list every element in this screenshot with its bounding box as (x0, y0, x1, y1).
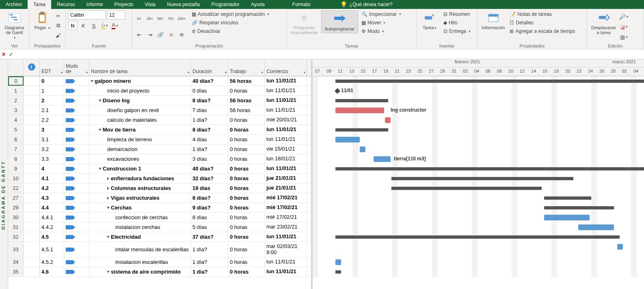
table-row[interactable]: 344.5.2Instalacion escalerillas1 día?0 h… (8, 257, 311, 267)
mode-cell[interactable] (64, 183, 89, 193)
start-cell[interactable]: lun 11/01/21 (265, 86, 307, 95)
gantt-row[interactable] (313, 125, 644, 135)
start-cell[interactable]: lun 11/01/21 (265, 76, 307, 86)
find-button[interactable]: 🔎▾ (619, 12, 628, 21)
work-cell[interactable]: 0 horas (228, 232, 265, 242)
duration-cell[interactable]: 0 días (191, 86, 228, 95)
task-notes-button[interactable]: 📝Notas de tareas (508, 11, 577, 18)
start-cell[interactable]: lun 11/01/21 (265, 135, 307, 144)
outline-toggle-icon[interactable] (99, 100, 102, 102)
gantt-row[interactable] (313, 203, 644, 213)
indent-button[interactable]: ⇥ (145, 30, 154, 39)
menu-nueva-pestana[interactable]: Nueva pestaña (161, 0, 205, 9)
duration-cell[interactable]: 8 días (191, 213, 228, 222)
col-name[interactable]: Nombre de tarea▾ (89, 59, 191, 76)
inspect-button[interactable]: 🔍Inspeccionar▾ (360, 11, 403, 18)
gantt-row[interactable] (313, 76, 644, 86)
menu-tarea[interactable]: Tarea (28, 0, 51, 9)
row-number[interactable]: 4 (8, 115, 24, 125)
row-number[interactable]: 2 (8, 96, 24, 105)
row-number[interactable]: 1 (8, 86, 24, 95)
info-cell[interactable] (24, 222, 40, 232)
add-timeline-button[interactable]: ⊞Agregar a escala de tiempo (508, 28, 577, 35)
row-number[interactable]: 6 (8, 135, 24, 144)
table-row[interactable]: 42.2calculo de materiales1 día?0 horasmi… (8, 115, 311, 125)
edt-cell[interactable]: 4.1 (40, 174, 64, 183)
mode-cell[interactable] (64, 174, 89, 183)
task-name-cell[interactable]: diseño galpon en revit (89, 106, 191, 115)
outline-toggle-icon[interactable] (91, 80, 94, 82)
menu-formato[interactable]: Formato (287, 0, 335, 9)
start-cell[interactable]: mar 02/03/21 9:00 (265, 242, 307, 257)
task-bar[interactable] (360, 147, 365, 152)
duration-cell[interactable]: 1 día? (191, 242, 228, 257)
start-cell[interactable]: lun 11/01/21 (265, 232, 307, 242)
row-number[interactable]: 8 (8, 154, 24, 164)
mode-cell[interactable] (64, 86, 89, 95)
task-name-cell[interactable]: instalacion cerchas (89, 222, 191, 232)
start-cell[interactable]: lun 11/01/21 (265, 257, 307, 267)
row-number[interactable]: 27 (8, 193, 24, 203)
duration-cell[interactable]: 1 día? (191, 115, 228, 125)
table-row[interactable]: 334.5.1intalar mensulas de escalerillas … (8, 242, 311, 257)
start-cell[interactable]: mié 20/01/21 (265, 115, 307, 125)
summary-bar[interactable] (335, 235, 620, 239)
task-bar[interactable] (385, 117, 391, 123)
task-name-cell[interactable]: excavaciones (89, 154, 191, 164)
task-bar[interactable] (374, 156, 391, 162)
info-cell[interactable] (24, 86, 40, 95)
filter-icon[interactable]: ▾ (188, 71, 189, 74)
edt-cell[interactable]: 4.4.1 (40, 213, 64, 222)
start-cell[interactable]: mié 17/02/21 (265, 193, 307, 203)
edt-cell[interactable]: 4 (40, 164, 64, 173)
task-name-cell[interactable]: Electricidad (89, 232, 191, 242)
table-row[interactable]: 354.6sistema de aire comprimido1 día?0 h… (8, 267, 311, 277)
gantt-row[interactable] (313, 115, 644, 125)
task-name-cell[interactable]: sistema de aire comprimido (89, 267, 191, 276)
start-cell[interactable]: jue 21/01/21 (265, 174, 307, 183)
mode-cell[interactable] (64, 203, 89, 212)
mode-cell[interactable] (64, 232, 89, 242)
font-name-input[interactable] (68, 11, 106, 19)
task-name-cell[interactable]: Construccion 1 (89, 164, 191, 173)
info-cell[interactable] (24, 267, 40, 276)
info-cell[interactable] (24, 154, 40, 164)
outline-toggle-icon[interactable] (107, 207, 110, 209)
mode-cell[interactable] (64, 115, 89, 125)
fill-button[interactable]: ▥▾ (619, 32, 628, 41)
details-button[interactable]: ☷Detalles (508, 19, 577, 26)
duration-cell[interactable]: 37 días? (191, 232, 228, 242)
pct-75-button[interactable]: 75× (166, 14, 175, 23)
start-cell[interactable]: lun 11/01/21 (265, 164, 307, 173)
work-cell[interactable]: 0 horas (228, 193, 265, 203)
start-cell[interactable]: lun 11/01/21 (265, 125, 307, 134)
task-name-cell[interactable]: Mov de tierra (89, 125, 191, 134)
work-cell[interactable]: 0 horas (228, 144, 265, 154)
gantt-row[interactable] (313, 193, 644, 203)
gantt-row[interactable] (313, 242, 644, 257)
mode-cell[interactable] (64, 144, 89, 154)
edt-cell[interactable]: 4.4 (40, 203, 64, 212)
info-cell[interactable] (24, 242, 40, 257)
cut-button[interactable]: ✂ (54, 11, 63, 20)
table-row[interactable]: 304.4.1confeccion de cerchas8 días0 hora… (8, 213, 311, 222)
outline-toggle-icon[interactable] (107, 177, 109, 180)
duration-cell[interactable]: 3 días (191, 154, 228, 164)
task-name-cell[interactable]: Vigas estructurales (89, 193, 191, 203)
fill-color-button[interactable]: ◇▾ (100, 21, 109, 30)
paste-button[interactable]: Pegar ▾ (32, 11, 53, 31)
edt-cell[interactable]: 2.1 (40, 106, 64, 115)
update-schedule-button[interactable]: ▦Actualizar según programación▾ (190, 11, 271, 18)
duration-cell[interactable]: 8 días? (191, 193, 228, 203)
pct-100-button[interactable]: 100× (177, 14, 186, 23)
table-row[interactable]: 224.2Columnas estructurales19 días0 hora… (8, 183, 311, 193)
work-cell[interactable]: 0 horas (228, 257, 265, 267)
summary-bar[interactable] (335, 270, 341, 274)
row-number[interactable]: 31 (8, 222, 24, 232)
work-cell[interactable]: 0 horas (228, 183, 265, 193)
task-name-cell[interactable]: confeccion de cerchas (89, 213, 191, 222)
edt-cell[interactable]: 4.2 (40, 183, 64, 193)
gantt-row[interactable] (313, 174, 644, 183)
mode-cell[interactable] (64, 154, 89, 164)
mode-cell[interactable] (64, 267, 89, 276)
